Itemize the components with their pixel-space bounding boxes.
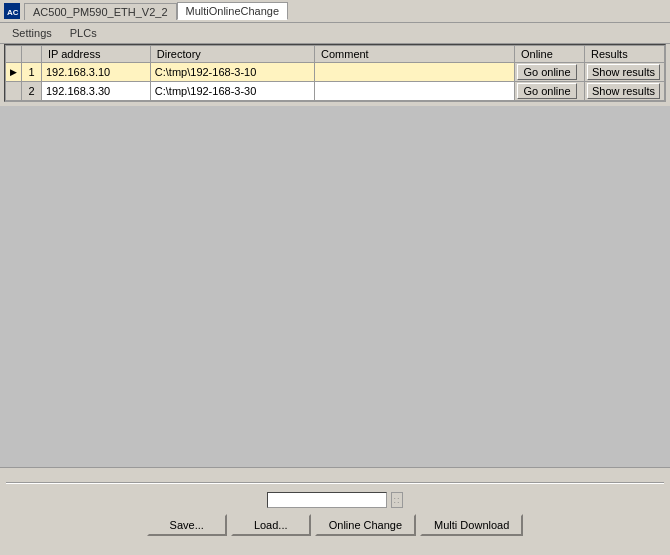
row-num-1: 1 — [22, 63, 42, 82]
col-comment: Comment — [315, 46, 515, 63]
show-results-button-1[interactable]: Show results — [587, 64, 660, 80]
app-icon: AC — [4, 3, 20, 19]
row-num-2: 2 — [22, 82, 42, 101]
show-results-button-2[interactable]: Show results — [587, 83, 660, 99]
col-arrow — [6, 46, 22, 63]
row-arrow-2 — [6, 82, 22, 101]
load-button[interactable]: Load... — [231, 514, 311, 536]
svg-text:AC: AC — [7, 8, 19, 17]
resize-handle[interactable]: :: — [391, 492, 403, 508]
row-comment-2[interactable] — [315, 82, 515, 101]
tab-multi-online-change[interactable]: MultiOnlineChange — [177, 2, 289, 20]
menu-plcs[interactable]: PLCs — [62, 25, 105, 41]
go-online-button-2[interactable]: Go online — [517, 83, 577, 99]
go-online-button-1[interactable]: Go online — [517, 64, 577, 80]
separator — [6, 482, 664, 484]
col-ip: IP address — [42, 46, 151, 63]
col-directory: Directory — [150, 46, 314, 63]
menu-settings[interactable]: Settings — [4, 25, 60, 41]
row-ip-1[interactable]: 192.168.3.10 — [42, 63, 151, 82]
menu-bar: Settings PLCs — [0, 23, 670, 44]
row-online-cell-1: Go online — [515, 63, 585, 82]
save-button[interactable]: Save... — [147, 514, 227, 536]
button-row: Save... Load... Online Change Multi Down… — [147, 514, 524, 536]
col-online: Online — [515, 46, 585, 63]
row-dir-1[interactable]: C:\tmp\192-168-3-10 — [150, 63, 314, 82]
col-num — [22, 46, 42, 63]
progress-bar — [267, 492, 387, 508]
gripper-icon: :: — [393, 495, 400, 505]
row-comment-1[interactable] — [315, 63, 515, 82]
table-row: 2 192.168.3.30 C:\tmp\192-168-3-30 Go on… — [6, 82, 665, 101]
row-results-cell-1: Show results — [585, 63, 665, 82]
plc-table: IP address Directory Comment Online Resu… — [5, 45, 665, 101]
row-results-cell-2: Show results — [585, 82, 665, 101]
row-dir-2[interactable]: C:\tmp\192-168-3-30 — [150, 82, 314, 101]
multi-download-button[interactable]: Multi Download — [420, 514, 523, 536]
table-row: ▶ 1 192.168.3.10 C:\tmp\192-168-3-10 Go … — [6, 63, 665, 82]
bottom-panel: :: Save... Load... Online Change Multi D… — [0, 467, 670, 547]
tab-project[interactable]: AC500_PM590_ETH_V2_2 — [24, 3, 177, 20]
table-container: IP address Directory Comment Online Resu… — [4, 44, 666, 102]
progress-row: :: — [267, 492, 403, 508]
row-online-cell-2: Go online — [515, 82, 585, 101]
online-change-button[interactable]: Online Change — [315, 514, 416, 536]
title-bar: AC AC500_PM590_ETH_V2_2 MultiOnlineChang… — [0, 0, 670, 23]
row-ip-2[interactable]: 192.168.3.30 — [42, 82, 151, 101]
main-content: IP address Directory Comment Online Resu… — [0, 44, 670, 547]
col-results: Results — [585, 46, 665, 63]
table-header-row: IP address Directory Comment Online Resu… — [6, 46, 665, 63]
empty-area — [0, 106, 670, 467]
row-arrow-1: ▶ — [6, 63, 22, 82]
